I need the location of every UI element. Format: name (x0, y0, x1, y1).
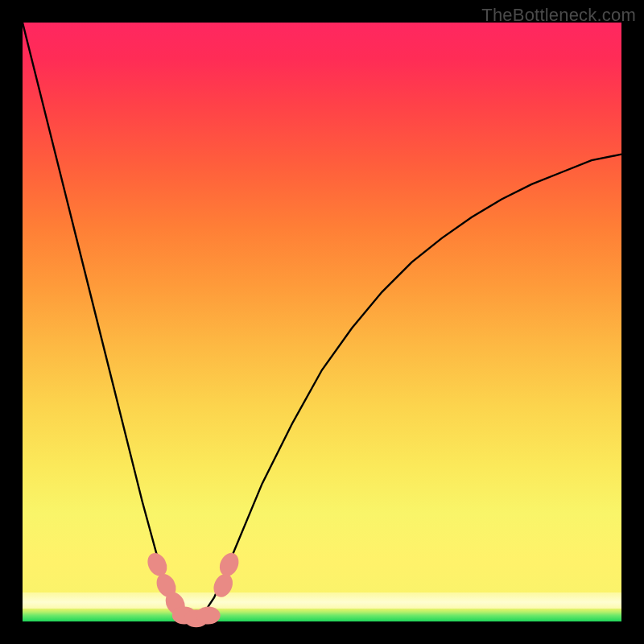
sausage-right-2 (217, 550, 242, 579)
sausage-markers (144, 550, 242, 627)
curve-svg (23, 23, 621, 621)
sausage-bottom-3 (196, 607, 221, 625)
bottleneck-curve (23, 23, 621, 621)
plot-area (23, 23, 621, 621)
chart-frame: TheBottleneck.com (0, 0, 644, 644)
watermark-text: TheBottleneck.com (481, 5, 636, 26)
